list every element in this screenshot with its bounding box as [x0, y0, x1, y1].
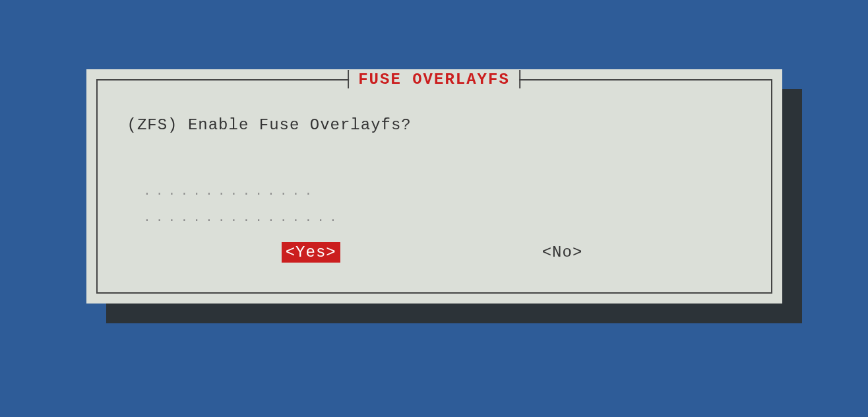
dialog-border: FUSE OVERLAYFS (ZFS) Enable Fuse Overlay… [96, 79, 772, 294]
dots-line-2: ................ [144, 205, 342, 231]
button-row: <Yes> <No> [98, 242, 771, 263]
dialog-wrapper: FUSE OVERLAYFS (ZFS) Enable Fuse Overlay… [86, 69, 782, 304]
dialog-message: (ZFS) Enable Fuse Overlayfs? [127, 116, 412, 134]
dialog-box: FUSE OVERLAYFS (ZFS) Enable Fuse Overlay… [86, 69, 782, 304]
title-container: FUSE OVERLAYFS [348, 70, 520, 88]
dotted-decoration: .............. ................ [144, 178, 342, 231]
no-button[interactable]: <No> [538, 242, 587, 263]
yes-button[interactable]: <Yes> [282, 242, 340, 263]
title-bracket-right [519, 70, 520, 88]
dialog-title: FUSE OVERLAYFS [349, 71, 519, 88]
dots-line-1: .............. [144, 178, 342, 205]
